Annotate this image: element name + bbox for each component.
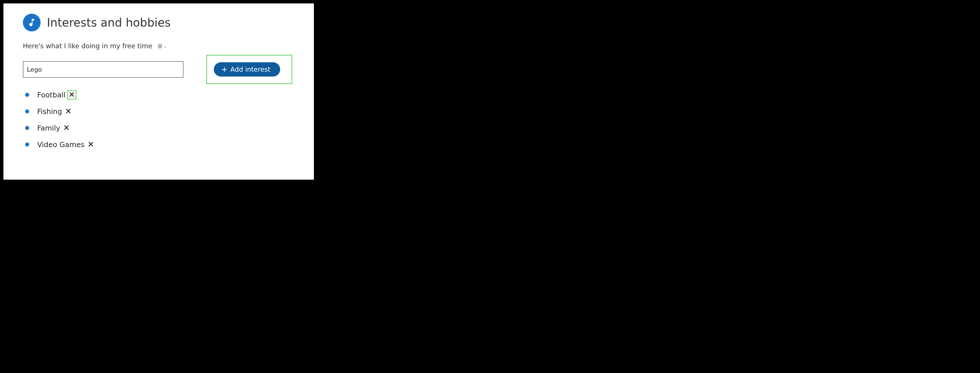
section-title: Interests and hobbies bbox=[47, 16, 171, 29]
list-item: Video Games✕ bbox=[23, 140, 297, 149]
remove-interest-button[interactable]: ✕ bbox=[64, 107, 73, 116]
interest-label: Video Games bbox=[37, 141, 84, 149]
list-item: Football✕ bbox=[23, 90, 297, 99]
remove-interest-button[interactable]: ✕ bbox=[86, 140, 95, 149]
interest-label: Family bbox=[37, 124, 60, 132]
bullet-icon bbox=[25, 143, 29, 146]
section-header: Interests and hobbies bbox=[23, 14, 297, 32]
interest-label-wrap: Video Games✕ bbox=[37, 140, 95, 149]
list-item: Fishing✕ bbox=[23, 107, 297, 116]
close-icon: ✕ bbox=[88, 141, 94, 149]
add-button-label: Add interest bbox=[231, 66, 270, 73]
interest-list: Football✕Fishing✕Family✕Video Games✕ bbox=[23, 90, 297, 149]
bullet-icon bbox=[25, 126, 29, 130]
subtitle-text: Here's what I like doing in my free time bbox=[23, 42, 153, 50]
music-icon bbox=[23, 14, 41, 32]
interest-label: Football bbox=[37, 91, 65, 99]
close-icon: ✕ bbox=[65, 107, 72, 115]
interest-label: Fishing bbox=[37, 107, 62, 116]
interest-label-wrap: Family✕ bbox=[37, 123, 71, 133]
privacy-selector[interactable]: ⌄ bbox=[158, 44, 167, 49]
bullet-icon bbox=[25, 93, 29, 97]
bullet-icon bbox=[25, 110, 29, 113]
remove-interest-button[interactable]: ✕ bbox=[67, 90, 76, 99]
interests-panel: Interests and hobbies Here's what I like… bbox=[3, 3, 314, 179]
close-icon: ✕ bbox=[68, 91, 75, 99]
add-button-highlight: + Add interest bbox=[207, 55, 292, 84]
input-row: + Add interest bbox=[23, 55, 297, 84]
add-interest-button[interactable]: + Add interest bbox=[214, 62, 280, 76]
remove-interest-button[interactable]: ✕ bbox=[62, 123, 71, 133]
chevron-down-icon: ⌄ bbox=[164, 44, 167, 48]
close-icon: ✕ bbox=[63, 124, 70, 132]
interest-label-wrap: Fishing✕ bbox=[37, 107, 73, 116]
globe-icon bbox=[158, 44, 162, 49]
plus-icon: + bbox=[221, 66, 228, 73]
subtitle-row: Here's what I like doing in my free time… bbox=[23, 42, 297, 50]
interest-label-wrap: Football✕ bbox=[37, 90, 76, 99]
interest-input[interactable] bbox=[23, 61, 183, 78]
list-item: Family✕ bbox=[23, 123, 297, 133]
